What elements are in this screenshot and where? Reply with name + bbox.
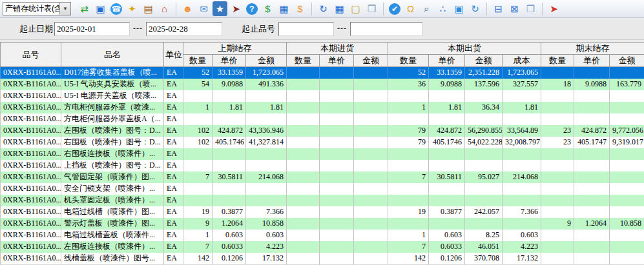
amount-cell[interactable] <box>610 102 644 113</box>
price-cell[interactable] <box>574 230 610 241</box>
qty-cell[interactable] <box>388 113 429 125</box>
cost-cell[interactable]: 7.366 <box>503 206 541 218</box>
qty-cell[interactable] <box>287 195 320 206</box>
qty-cell[interactable] <box>541 113 574 125</box>
table-row[interactable]: 0XRX-B1161A0...机头罩固定板（喷漆件）...EA <box>1 195 644 206</box>
archive-box-icon[interactable]: ▢ <box>348 1 363 16</box>
table-row[interactable]: 0XRX-B1161A0...安全门锁支架（喷漆件）...EA <box>1 183 644 195</box>
mail-icon[interactable]: ✉ <box>196 1 211 16</box>
qty-cell[interactable] <box>287 160 320 172</box>
date-to-input[interactable] <box>146 22 222 36</box>
amount-cell[interactable] <box>610 183 644 195</box>
report-refresh-icon[interactable]: ↻ <box>316 1 331 16</box>
price-cell[interactable] <box>574 67 610 79</box>
amount-cell[interactable] <box>354 113 388 125</box>
cost-cell[interactable]: 1,723.065 <box>503 67 541 79</box>
price-cell[interactable] <box>320 160 354 172</box>
price-cell[interactable] <box>320 67 354 79</box>
amount-cell[interactable] <box>354 241 388 253</box>
price-cell[interactable] <box>320 79 354 90</box>
qty-cell[interactable] <box>287 67 320 79</box>
key-icon[interactable]: ➤ <box>229 1 244 16</box>
qty-cell[interactable] <box>388 218 429 230</box>
amount-cell[interactable]: 17.132 <box>246 253 287 264</box>
price-cell[interactable] <box>320 253 354 264</box>
price-cell[interactable]: 0.603 <box>429 230 465 241</box>
help-icon[interactable]: ? <box>246 3 258 15</box>
cost-cell[interactable]: 4.223 <box>503 241 541 253</box>
qty-cell[interactable]: 1 <box>183 230 213 241</box>
table-row[interactable]: 0XRX-B1161A0...电箱过线槽（喷漆件）图...EA190.38777… <box>1 206 644 218</box>
item-no-cell[interactable]: 0XRX-B1161A0... <box>1 253 61 264</box>
price-cell[interactable]: 30.5811 <box>429 172 465 183</box>
amount-cell[interactable] <box>354 172 388 183</box>
report-type-dropdown[interactable]: 产销存统计表(含 ▼ <box>3 2 71 15</box>
qty-cell[interactable]: 102 <box>183 125 213 137</box>
price-cell[interactable] <box>429 113 465 125</box>
amount-cell[interactable] <box>610 172 644 183</box>
amount-cell[interactable] <box>246 183 287 195</box>
amount-cell[interactable]: 10.858 <box>610 218 644 230</box>
item-no-cell[interactable]: 0XRX-B1161A0... <box>1 160 61 172</box>
unit-cell[interactable]: EA <box>164 148 183 160</box>
price-cell[interactable] <box>213 113 246 125</box>
qty-cell[interactable] <box>541 230 574 241</box>
qty-cell[interactable]: 142 <box>388 253 429 264</box>
qty-cell[interactable] <box>287 183 320 195</box>
approve-check-icon[interactable]: ✔ <box>389 3 400 15</box>
amount-cell[interactable]: 137.596 <box>465 79 503 90</box>
unit-cell[interactable]: EA <box>164 172 183 183</box>
cost-cell[interactable] <box>503 160 541 172</box>
qty-cell[interactable]: 7 <box>388 172 429 183</box>
amount-cell[interactable]: 54,022.228 <box>465 137 503 148</box>
amount-cell[interactable] <box>246 195 287 206</box>
cost-cell[interactable] <box>503 113 541 125</box>
item-name-cell[interactable]: 安全门锁支架（喷漆件）... <box>61 183 164 195</box>
table-row[interactable]: 0XRX-B1161A0...线槽盖板（喷漆件）图号...EA1420.1206… <box>1 253 644 264</box>
table-row[interactable]: 0XRX-B1161A0...左围板（喷漆件）图号：D...EA102424.8… <box>1 125 644 137</box>
price-cell[interactable]: 1.2064 <box>213 218 246 230</box>
copy-pages-icon[interactable]: ❐ <box>364 1 379 16</box>
item-no-cell[interactable]: 0XRX-B1161A0... <box>1 137 61 148</box>
chevron-down-icon[interactable]: ▼ <box>59 3 70 15</box>
price-cell[interactable] <box>574 206 610 218</box>
amount-cell[interactable]: 95.027 <box>465 172 503 183</box>
qty-cell[interactable] <box>541 172 574 183</box>
unit-cell[interactable]: EA <box>164 183 183 195</box>
item-no-cell[interactable]: 0XRX-B1161A0... <box>1 172 61 183</box>
qty-cell[interactable] <box>541 148 574 160</box>
item-no-cell[interactable]: 0XRX-B1161A0... <box>1 195 61 206</box>
briefcase-icon[interactable]: ▤ <box>141 1 156 16</box>
amount-cell[interactable]: 163.779 <box>610 79 644 90</box>
qty-cell[interactable]: 1 <box>388 102 429 113</box>
table-row[interactable]: 0XRX-B1161A0...右围板（喷漆件）图号：D...EA102405.1… <box>1 137 644 148</box>
qty-cell[interactable]: 19 <box>388 206 429 218</box>
amount-cell[interactable]: 9,319.017 <box>610 137 644 148</box>
unit-cell[interactable]: EA <box>164 90 183 102</box>
amount-cell[interactable] <box>354 206 388 218</box>
amount-cell[interactable] <box>610 148 644 160</box>
item-name-cell[interactable]: 右围板（喷漆件）图号：D... <box>61 137 164 148</box>
qty-cell[interactable] <box>388 160 429 172</box>
unit-cell[interactable]: EA <box>164 137 183 148</box>
item-name-cell[interactable]: 左围板（喷漆件）图号：D... <box>61 125 164 137</box>
item-no-cell[interactable]: 0XRX-B1161A0... <box>1 218 61 230</box>
unit-cell[interactable]: EA <box>164 195 183 206</box>
qty-cell[interactable] <box>287 206 320 218</box>
unit-cell[interactable]: EA <box>164 102 183 113</box>
amount-cell[interactable]: 46.051 <box>465 241 503 253</box>
unit-cell[interactable]: EA <box>164 206 183 218</box>
unit-cell[interactable]: EA <box>164 79 183 90</box>
qty-cell[interactable] <box>183 183 213 195</box>
cascade-windows-icon[interactable]: ❒ <box>523 1 538 16</box>
qty-cell[interactable] <box>287 90 320 102</box>
amount-cell[interactable]: 43,336.946 <box>246 125 287 137</box>
qty-cell[interactable] <box>287 148 320 160</box>
amount-cell[interactable] <box>465 148 503 160</box>
item-name-cell[interactable]: 方电柜伺服器外罩盖板A（... <box>61 113 164 125</box>
price-cell[interactable]: 1.81 <box>429 102 465 113</box>
qty-cell[interactable]: 18 <box>541 79 574 90</box>
cost-cell[interactable]: 214.068 <box>503 172 541 183</box>
cost-cell[interactable]: 1.81 <box>503 102 541 113</box>
price-cell[interactable] <box>320 172 354 183</box>
